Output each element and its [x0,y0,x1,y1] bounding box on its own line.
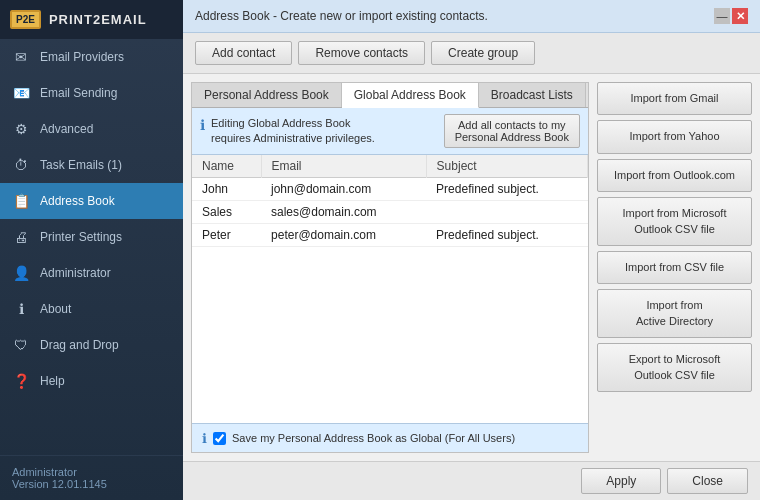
sidebar-item-printer-settings[interactable]: 🖨 Printer Settings [0,219,183,255]
remove-contacts-button[interactable]: Remove contacts [298,41,425,65]
contacts-table-container: Name Email Subject Johnjohn@domain.comPr… [192,155,588,423]
tab-broadcast-lists[interactable]: Broadcast Lists [479,83,586,107]
cell-subject: Predefined subject. [426,178,587,201]
import-active-directory-button[interactable]: Import fromActive Directory [597,289,752,338]
help-icon: ❓ [12,372,30,390]
table-row[interactable]: Peterpeter@domain.comPredefined subject. [192,224,588,247]
printer-settings-icon: 🖨 [12,228,30,246]
cell-subject: Predefined subject. [426,224,587,247]
contacts-table: Name Email Subject Johnjohn@domain.comPr… [192,155,588,247]
cell-subject [426,201,587,224]
sidebar-label-task-emails: Task Emails (1) [40,158,122,172]
address-book-icon: 📋 [12,192,30,210]
import-yahoo-button[interactable]: Import from Yahoo [597,120,752,153]
sidebar-footer: Administrator Version 12.01.1145 [0,455,183,500]
import-outlook-button[interactable]: Import from Outlook.com [597,159,752,192]
footer-user: Administrator [12,466,171,478]
sidebar-item-about[interactable]: ℹ About [0,291,183,327]
sidebar-label-printer-settings: Printer Settings [40,230,122,244]
about-icon: ℹ [12,300,30,318]
info-message: Editing Global Address Bookrequires Admi… [211,116,375,147]
sidebar-item-advanced[interactable]: ⚙ Advanced [0,111,183,147]
advanced-icon: ⚙ [12,120,30,138]
sidebar-label-about: About [40,302,71,316]
cell-email: sales@domain.com [261,201,426,224]
table-row[interactable]: Salessales@domain.com [192,201,588,224]
title-bar: Address Book - Create new or import exis… [183,0,760,33]
bottom-bar: Apply Close [183,461,760,500]
logo-badge: P2E [10,10,41,29]
create-group-button[interactable]: Create group [431,41,535,65]
save-global-label[interactable]: Save my Personal Address Book as Global … [232,432,515,444]
tab-global-address-book[interactable]: Global Address Book [342,83,479,108]
apply-button[interactable]: Apply [581,468,661,494]
cell-name: John [192,178,261,201]
left-panel: Personal Address Book Global Address Boo… [191,82,589,453]
import-ms-outlook-csv-button[interactable]: Import from MicrosoftOutlook CSV file [597,197,752,246]
content-area: Personal Address Book Global Address Boo… [183,74,760,461]
sidebar-label-administrator: Administrator [40,266,111,280]
task-emails-icon: ⏱ [12,156,30,174]
import-csv-button[interactable]: Import from CSV file [597,251,752,284]
col-header-email: Email [261,155,426,178]
table-row[interactable]: Johnjohn@domain.comPredefined subject. [192,178,588,201]
sidebar-item-task-emails[interactable]: ⏱ Task Emails (1) [0,147,183,183]
drag-drop-icon: 🛡 [12,336,30,354]
import-gmail-button[interactable]: Import from Gmail [597,82,752,115]
global-info-bar: ℹ Editing Global Address Bookrequires Ad… [192,108,588,155]
sidebar-item-email-sending[interactable]: 📧 Email Sending [0,75,183,111]
cell-email: john@domain.com [261,178,426,201]
tabs-row: Personal Address Book Global Address Boo… [192,83,588,108]
save-global-checkbox[interactable] [213,432,226,445]
main-content: Address Book - Create new or import exis… [183,0,760,500]
tab-personal-address-book[interactable]: Personal Address Book [192,83,342,107]
sidebar-label-help: Help [40,374,65,388]
cell-name: Peter [192,224,261,247]
footer-version: Version 12.01.1145 [12,478,171,490]
cell-name: Sales [192,201,261,224]
email-sending-icon: 📧 [12,84,30,102]
export-ms-outlook-csv-button[interactable]: Export to MicrosoftOutlook CSV file [597,343,752,392]
logo-area: P2E PRINT2EMAIL [0,0,183,39]
window-controls: — ✕ [714,8,748,24]
save-checkbox-bar: ℹ Save my Personal Address Book as Globa… [192,423,588,452]
sidebar-label-email-providers: Email Providers [40,50,124,64]
sidebar-item-drag-and-drop[interactable]: 🛡 Drag and Drop [0,327,183,363]
col-header-subject: Subject [426,155,587,178]
sidebar-item-administrator[interactable]: 👤 Administrator [0,255,183,291]
add-contact-button[interactable]: Add contact [195,41,292,65]
cell-email: peter@domain.com [261,224,426,247]
info-text-wrap: ℹ Editing Global Address Bookrequires Ad… [200,116,375,147]
sidebar-label-advanced: Advanced [40,122,93,136]
info-icon: ℹ [200,117,205,133]
add-all-contacts-button[interactable]: Add all contacts to myPersonal Address B… [444,114,580,148]
sidebar-item-help[interactable]: ❓ Help [0,363,183,399]
close-window-button[interactable]: ✕ [732,8,748,24]
email-providers-icon: ✉ [12,48,30,66]
toolbar: Add contact Remove contacts Create group [183,33,760,74]
logo-text: PRINT2EMAIL [49,12,147,27]
col-header-name: Name [192,155,261,178]
sidebar-label-email-sending: Email Sending [40,86,117,100]
minimize-button[interactable]: — [714,8,730,24]
administrator-icon: 👤 [12,264,30,282]
sidebar-label-address-book: Address Book [40,194,115,208]
title-text: Address Book - Create new or import exis… [195,9,488,23]
sidebar-item-email-providers[interactable]: ✉ Email Providers [0,39,183,75]
sidebar-label-drag-and-drop: Drag and Drop [40,338,119,352]
save-info-icon: ℹ [202,431,207,446]
right-panel: Import from Gmail Import from Yahoo Impo… [597,82,752,453]
close-button[interactable]: Close [667,468,748,494]
sidebar: P2E PRINT2EMAIL ✉ Email Providers 📧 Emai… [0,0,183,500]
sidebar-item-address-book[interactable]: 📋 Address Book [0,183,183,219]
